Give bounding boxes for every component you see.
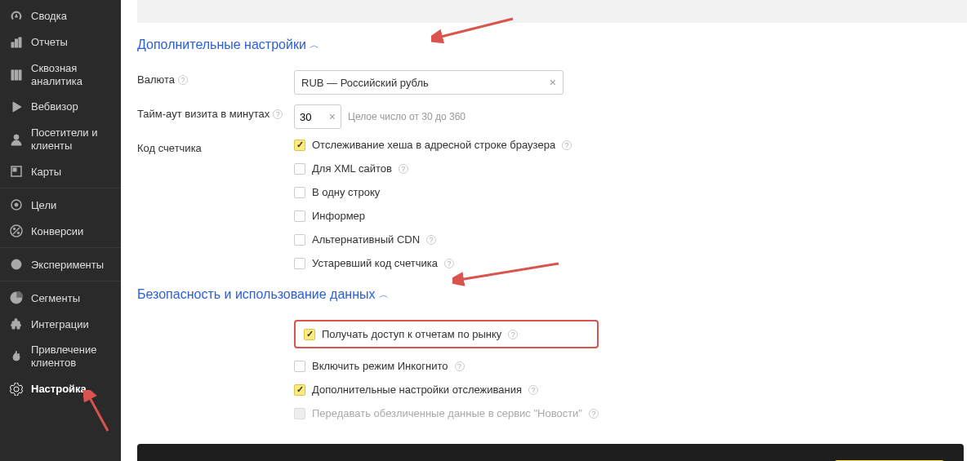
hint-icon[interactable]: ? bbox=[589, 409, 599, 419]
timeout-hint: Целое число от 30 до 360 bbox=[348, 111, 466, 122]
sidebar-item-label: Сквозная аналитика bbox=[31, 62, 111, 87]
sidebar-item-acquisition[interactable]: Привлечение клиентов bbox=[0, 337, 121, 375]
sidebar-item-settings[interactable]: Настройка bbox=[0, 376, 121, 402]
sidebar-item-visitors[interactable]: Посетители и клиенты bbox=[0, 120, 121, 158]
sidebar-item-conversions[interactable]: Конверсии bbox=[0, 218, 121, 244]
chevron-up-icon: ︿ bbox=[379, 288, 389, 302]
sidebar-item-experiments[interactable]: ab Эксперименты bbox=[0, 251, 121, 277]
sidebar-item-reports[interactable]: Отчеты bbox=[0, 29, 121, 55]
hint-icon[interactable]: ? bbox=[562, 140, 572, 150]
checkbox[interactable] bbox=[294, 140, 305, 151]
top-bar bbox=[137, 0, 967, 23]
checkbox-row[interactable]: Дополнительные настройки отслеживания? bbox=[294, 383, 599, 396]
checkbox-label: В одну строку bbox=[312, 186, 380, 198]
sidebar-item-label: Конверсии bbox=[31, 225, 83, 238]
svg-rect-5 bbox=[19, 70, 21, 80]
sidebar-item-summary[interactable]: Сводка bbox=[0, 3, 121, 29]
flask-icon: ab bbox=[10, 258, 23, 271]
svg-rect-1 bbox=[16, 39, 18, 47]
bars-icon bbox=[10, 36, 23, 49]
section-security-title: Безопасность и использование данных bbox=[137, 287, 376, 302]
currency-select[interactable]: RUB — Российский рубль × bbox=[294, 70, 564, 95]
pie-icon bbox=[10, 291, 23, 304]
highlighted-checkbox: Получать доступ к отчетам по рынку? bbox=[294, 320, 599, 348]
sidebar-item-webvisor[interactable]: Вебвизор bbox=[0, 94, 121, 120]
clear-icon[interactable]: × bbox=[329, 110, 336, 123]
checkbox-label: Включить режим Инкогнито bbox=[312, 360, 448, 372]
checkbox[interactable] bbox=[294, 234, 305, 246]
svg-rect-0 bbox=[11, 42, 14, 47]
checkbox-label: Альтернативный CDN bbox=[312, 233, 420, 246]
maps-icon bbox=[10, 165, 23, 178]
checkbox-row[interactable]: Для XML сайтов? bbox=[294, 162, 572, 175]
clear-icon[interactable]: × bbox=[550, 76, 556, 89]
checkbox-label: Информер bbox=[312, 210, 365, 222]
checkbox-label: Дополнительные настройки отслеживания bbox=[312, 383, 522, 396]
counter-code-block: Код счетчика Скопировать код При установ… bbox=[137, 444, 964, 461]
checkbox-row[interactable]: Альтернативный CDN? bbox=[294, 233, 572, 246]
svg-rect-3 bbox=[11, 70, 14, 80]
checkbox-row[interactable]: Устаревший код счетчика? bbox=[294, 257, 572, 269]
counter-code-label: Код счетчика bbox=[137, 139, 294, 154]
checkbox-label: Для XML сайтов bbox=[312, 162, 392, 175]
gear-icon bbox=[10, 383, 23, 396]
play-icon bbox=[10, 100, 23, 113]
hint-icon[interactable]: ? bbox=[426, 235, 436, 245]
svg-text:ab: ab bbox=[13, 261, 20, 268]
timeout-input-wrap: × bbox=[294, 104, 341, 129]
checkbox-label: Получать доступ к отчетам по рынку bbox=[322, 328, 501, 340]
hint-icon[interactable]: ? bbox=[508, 330, 518, 339]
svg-point-12 bbox=[13, 228, 15, 230]
sidebar-item-segments[interactable]: Сегменты bbox=[0, 285, 121, 311]
hint-icon[interactable]: ? bbox=[273, 109, 283, 119]
sidebar-item-integrations[interactable]: Интеграции bbox=[0, 311, 121, 337]
hint-icon[interactable]: ? bbox=[444, 259, 454, 268]
gauge-icon bbox=[10, 10, 23, 23]
hint-icon[interactable]: ? bbox=[178, 75, 188, 85]
target-icon bbox=[10, 198, 23, 211]
timeout-label: Тайм-аут визита в минутах ? bbox=[137, 104, 294, 120]
timeout-input[interactable] bbox=[300, 111, 324, 123]
checkbox-row[interactable]: Отслеживание хеша в адресной строке брау… bbox=[294, 139, 572, 151]
sidebar: Сводка Отчеты Сквозная аналитика Вебвизо… bbox=[0, 0, 121, 461]
flame-icon bbox=[10, 350, 23, 363]
person-icon bbox=[10, 133, 23, 146]
checkbox bbox=[294, 408, 305, 419]
sidebar-item-label: Настройка bbox=[31, 383, 87, 396]
section-security-toggle[interactable]: Безопасность и использование данных ︿ bbox=[137, 287, 964, 302]
hint-icon[interactable]: ? bbox=[528, 385, 538, 395]
checkbox-label: Передавать обезличенные данные в сервис … bbox=[312, 407, 582, 419]
sidebar-item-endtoend[interactable]: Сквозная аналитика bbox=[0, 55, 121, 94]
svg-rect-4 bbox=[16, 70, 18, 80]
checkbox[interactable] bbox=[294, 258, 305, 269]
svg-rect-2 bbox=[19, 38, 21, 47]
checkbox[interactable] bbox=[294, 187, 305, 198]
checkbox-row[interactable]: Получать доступ к отчетам по рынку? bbox=[304, 328, 518, 340]
section-additional-toggle[interactable]: Дополнительные настройки ︿ bbox=[137, 38, 964, 52]
sidebar-item-label: Вебвизор bbox=[31, 100, 78, 113]
main-panel: Дополнительные настройки ︿ Валюта ? RUB … bbox=[121, 0, 980, 461]
svg-point-10 bbox=[15, 203, 18, 206]
checkbox-label: Устаревший код счетчика bbox=[312, 257, 438, 269]
percent-icon bbox=[10, 224, 23, 237]
checkbox-row[interactable]: В одну строку bbox=[294, 186, 572, 198]
checkbox-row[interactable]: Информер bbox=[294, 210, 572, 222]
checkbox[interactable] bbox=[294, 384, 305, 396]
checkbox[interactable] bbox=[294, 211, 305, 222]
checkbox[interactable] bbox=[294, 163, 305, 175]
checkbox-row[interactable]: Включить режим Инкогнито? bbox=[294, 360, 599, 372]
sidebar-item-label: Отчеты bbox=[31, 36, 68, 49]
sidebar-item-label: Сводка bbox=[31, 10, 67, 23]
sidebar-item-label: Цели bbox=[31, 199, 56, 212]
hint-icon[interactable]: ? bbox=[399, 164, 408, 174]
hint-icon[interactable]: ? bbox=[455, 361, 465, 371]
checkbox-label: Отслеживание хеша в адресной строке брау… bbox=[312, 139, 555, 151]
chevron-up-icon: ︿ bbox=[310, 38, 319, 52]
checkbox[interactable] bbox=[304, 329, 315, 340]
sidebar-item-goals[interactable]: Цели bbox=[0, 192, 121, 218]
columns-icon bbox=[10, 69, 23, 82]
currency-label: Валюта ? bbox=[137, 70, 294, 86]
sidebar-item-label: Эксперименты bbox=[31, 259, 104, 272]
checkbox[interactable] bbox=[294, 361, 305, 372]
sidebar-item-maps[interactable]: Карты bbox=[0, 158, 121, 184]
